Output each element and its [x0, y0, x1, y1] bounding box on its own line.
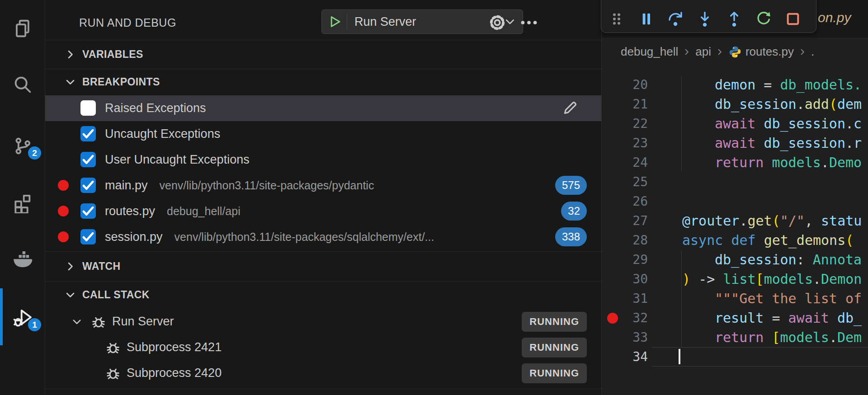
- breakpoint-label: main.py: [105, 179, 148, 193]
- code-token: list: [723, 271, 755, 287]
- thread-status-badge: RUNNING: [522, 338, 587, 357]
- line-number: 30: [602, 269, 648, 289]
- code-token: [: [772, 329, 780, 345]
- code-line: 30) -> list[models.Demon: [602, 269, 868, 289]
- activity-item-search[interactable]: [0, 74, 45, 130]
- breadcrumb-item-api[interactable]: api: [695, 45, 711, 59]
- code-token: Demon: [821, 271, 862, 287]
- code-token: .: [845, 116, 854, 132]
- breakpoint-row[interactable]: main.pyvenv/lib/python3.11/site-packages…: [45, 173, 601, 198]
- drag-handle-icon[interactable]: [608, 10, 626, 28]
- step-into-icon[interactable]: [696, 10, 714, 28]
- code-token: .: [813, 271, 821, 287]
- code-text: @router.get("/", statu: [682, 211, 862, 230]
- breadcrumb-item-routes-py[interactable]: routes.py: [745, 45, 794, 59]
- section-variables[interactable]: VARIABLES: [45, 40, 601, 69]
- breakpoint-checkbox[interactable]: [80, 229, 96, 245]
- code-token: ->: [698, 271, 723, 287]
- code-text: await db_session.r: [682, 133, 862, 153]
- breakpoint-row[interactable]: Uncaught Exceptions: [45, 121, 601, 147]
- breakpoint-checkbox[interactable]: [80, 100, 96, 116]
- section-breakpoints[interactable]: BREAKPOINTS: [45, 69, 601, 95]
- code-token: get: [748, 213, 772, 229]
- chevron-down-icon: [63, 75, 77, 89]
- code-text: result = await db_: [682, 308, 862, 328]
- call-stack-row[interactable]: Run ServerRUNNING: [45, 309, 601, 334]
- breakpoint-row[interactable]: Raised Exceptions: [45, 95, 601, 121]
- docker-icon: [12, 248, 33, 268]
- breakpoint-row[interactable]: session.pyvenv/lib/python3.11/site-packa…: [45, 224, 601, 250]
- code-text: """Get the list of: [682, 289, 862, 308]
- step-out-icon[interactable]: [725, 10, 743, 28]
- section-call-stack[interactable]: CALL STACK: [45, 281, 601, 309]
- breadcrumb-item--[interactable]: .: [811, 45, 814, 59]
- bug-icon: [105, 365, 121, 381]
- code-token: .: [821, 155, 829, 170]
- breakpoint-checkbox[interactable]: [80, 178, 96, 193]
- thread-status-badge: RUNNING: [522, 312, 587, 332]
- code-line: 28async def get_demons(: [602, 230, 868, 250]
- code-token: db_models.: [780, 77, 862, 93]
- pause-icon[interactable]: [637, 10, 655, 28]
- bug-icon: [105, 339, 121, 356]
- edit-breakpoint-icon[interactable]: [561, 99, 579, 117]
- activity-item-explorer[interactable]: [0, 18, 45, 74]
- breakpoint-count-badge: 575: [555, 176, 587, 195]
- panel-title: RUN AND DEBUG: [79, 16, 176, 29]
- code-token: db_: [837, 310, 862, 326]
- line-number: 24: [602, 153, 648, 172]
- more-actions-icon[interactable]: [519, 13, 539, 33]
- code-line: 34: [602, 347, 868, 367]
- code-token: db_session: [715, 96, 797, 112]
- line-number: 21: [602, 94, 648, 114]
- code-token: .: [829, 329, 837, 345]
- breakpoint-row[interactable]: User Uncaught Exceptions: [45, 147, 601, 173]
- activity-item-source-control[interactable]: 2: [0, 136, 45, 192]
- stop-icon[interactable]: [784, 10, 802, 28]
- code-text: return models.Demo: [682, 153, 862, 172]
- breakpoint-checkbox[interactable]: [80, 126, 96, 141]
- breakpoint-path: venv/lib/python3.11/site-packages/sqlalc…: [175, 230, 434, 244]
- breakpoint-label: session.py: [105, 230, 163, 244]
- breakpoint-checkbox[interactable]: [80, 152, 96, 167]
- activity-bar: 21: [0, 0, 45, 395]
- line-number: 27: [602, 211, 648, 230]
- breakpoint-row[interactable]: routes.pydebug_hell/api32: [45, 198, 601, 224]
- code-token: Demo: [829, 155, 862, 170]
- step-over-icon[interactable]: [666, 10, 684, 28]
- code-token: =: [764, 310, 788, 326]
- restart-icon[interactable]: [755, 10, 773, 28]
- activity-item-docker[interactable]: [0, 248, 45, 304]
- code-token: (: [845, 232, 854, 248]
- call-stack-row[interactable]: Subprocess 2421RUNNING: [45, 334, 601, 360]
- breadcrumb-item-debug-hell[interactable]: debug_hell: [621, 45, 678, 59]
- files-icon: [12, 18, 33, 39]
- call-stack-row[interactable]: Subprocess 2420RUNNING: [45, 360, 601, 386]
- editor-group: on.py debug_hellapiroutes.py. 20demon = …: [601, 0, 868, 395]
- activity-item-extensions[interactable]: [0, 193, 45, 249]
- breakpoint-checkbox[interactable]: [80, 203, 96, 219]
- chevron-right-icon: [797, 47, 807, 57]
- start-debugging-icon[interactable]: [327, 14, 342, 29]
- code-token: Annota: [813, 252, 862, 268]
- gear-icon[interactable]: [487, 13, 507, 33]
- section-watch[interactable]: WATCH: [45, 251, 601, 281]
- chevron-down-icon[interactable]: [70, 315, 84, 329]
- code-line: 25: [602, 172, 868, 192]
- code-token: await: [715, 116, 764, 132]
- code-token: dem: [837, 96, 862, 112]
- launch-config-label: Run Server: [354, 15, 503, 29]
- code-token: statu: [821, 213, 862, 229]
- python-icon: [728, 45, 742, 59]
- code-editor[interactable]: 20demon = db_models.21db_session.add(dem…: [602, 75, 868, 395]
- code-line: 29db_session: Annota: [602, 250, 868, 269]
- chevron-right-icon: [63, 47, 77, 61]
- breakpoint-label: Uncaught Exceptions: [105, 127, 220, 141]
- activity-item-run-and-debug[interactable]: 1: [0, 307, 45, 363]
- code-token: =: [755, 77, 780, 93]
- code-line: 33return [models.Dem: [602, 328, 868, 347]
- section-label: BREAKPOINTS: [82, 76, 160, 88]
- section-label: VARIABLES: [82, 48, 143, 61]
- breakpoint-path: debug_hell/api: [167, 205, 241, 218]
- editor-tab-session-py[interactable]: on.py: [818, 10, 851, 25]
